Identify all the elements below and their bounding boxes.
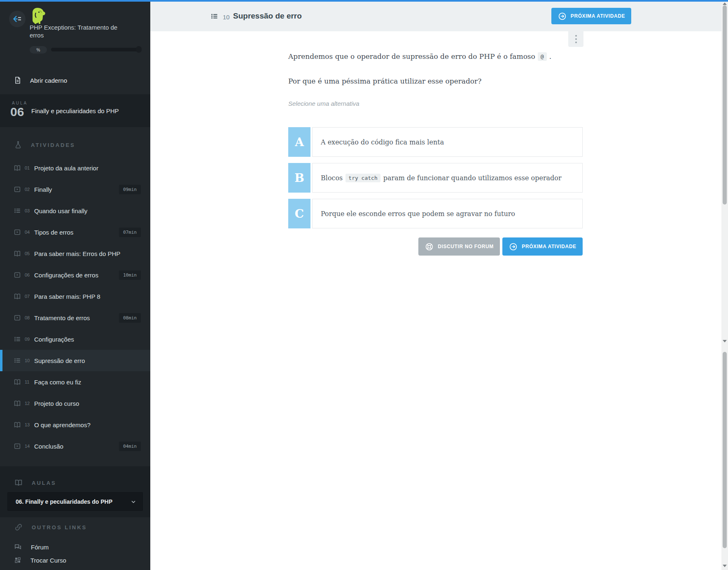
activity-item[interactable]: 12 Projeto do curso bbox=[0, 393, 150, 414]
activities-list: 01 Projeto da aula anterior 02 Finally 0… bbox=[0, 157, 150, 457]
activity-duration-badge: 04min bbox=[119, 442, 141, 451]
course-progress-bar bbox=[51, 48, 141, 51]
activity-item[interactable]: 01 Projeto da aula anterior bbox=[0, 157, 150, 179]
activity-item[interactable]: 13 O que aprendemos? bbox=[0, 414, 150, 435]
activity-label: Configurações bbox=[34, 336, 150, 343]
activity-label: Supressão de erro bbox=[34, 357, 150, 364]
activity-duration-badge: 09min bbox=[119, 185, 141, 194]
scroll-down-arrow[interactable] bbox=[723, 565, 727, 567]
open-notebook-button[interactable]: Abrir caderno bbox=[0, 72, 150, 88]
alternative-text-suffix: param de funcionar quando utilizamos ess… bbox=[383, 174, 562, 182]
activity-duration-badge: 07min bbox=[119, 228, 141, 237]
video-icon bbox=[14, 314, 21, 321]
activity-item[interactable]: 04 Tipos de erros 07min bbox=[0, 221, 150, 243]
sidebar-scrollbar-thumb[interactable] bbox=[136, 46, 142, 53]
activity-item[interactable]: 03 Quando usar finally bbox=[0, 200, 150, 221]
notebook-icon bbox=[14, 76, 22, 85]
lessons-section: AULAS 06. Finally e peculiaridades do PH… bbox=[0, 466, 150, 517]
activity-label: Quando usar finally bbox=[34, 207, 150, 214]
question-line-1: Aprendemos que o operador de supressão d… bbox=[288, 51, 551, 62]
alternative-option[interactable]: B Blocos try catch param de funcionar qu… bbox=[288, 163, 583, 193]
activity-number: 03 bbox=[25, 208, 32, 213]
activity-number: 10 bbox=[223, 14, 230, 21]
activity-number: 11 bbox=[25, 379, 32, 384]
activity-duration-badge: 08min bbox=[119, 313, 141, 323]
activities-section-label: ATIVIDADES bbox=[31, 142, 75, 148]
arrow-circle-icon bbox=[558, 12, 567, 21]
other-links-label: OUTROS LINKS bbox=[32, 524, 87, 530]
alternatives-list: A A execução do código fica mais lenta B… bbox=[288, 127, 583, 235]
book-open-icon bbox=[14, 400, 21, 407]
alternative-letter: B bbox=[288, 163, 310, 193]
activity-number: 06 bbox=[25, 272, 32, 277]
chevron-down-icon bbox=[130, 498, 137, 505]
activity-item[interactable]: 06 Configurações de erros 10min bbox=[0, 264, 150, 286]
top-progress-line bbox=[0, 0, 728, 2]
next-activity-label-bottom: PRÓXIMA ATIVIDADE bbox=[522, 244, 576, 249]
scroll-down-arrow-inner[interactable] bbox=[723, 340, 727, 342]
link-icon bbox=[14, 523, 23, 532]
lesson-dropdown[interactable]: 06. Finally e peculiaridades do PHP bbox=[7, 492, 143, 511]
activity-label: Projeto da aula anterior bbox=[34, 165, 150, 172]
discuss-forum-label: DISCUTIR NO FORUM bbox=[438, 244, 494, 249]
collapse-sidebar-button[interactable] bbox=[9, 11, 26, 27]
alternative-option[interactable]: A A execução do código fica mais lenta bbox=[288, 127, 583, 157]
collapse-arrow-icon bbox=[13, 15, 22, 23]
alternative-letter: C bbox=[288, 199, 310, 228]
lesson-number: 06 bbox=[10, 105, 24, 119]
activity-number: 08 bbox=[25, 315, 32, 320]
activity-duration-badge: 10min bbox=[119, 270, 141, 280]
inline-code: try catch bbox=[345, 174, 380, 182]
activity-label: Tipos de erros bbox=[34, 229, 119, 236]
quiz-list-icon bbox=[14, 335, 21, 343]
activity-header: 10 Supressão de erro PRÓXIMA ATIVIDADE bbox=[150, 2, 721, 31]
activity-item[interactable]: 11 Faça como eu fiz bbox=[0, 371, 150, 393]
alternative-option[interactable]: C Porque ele esconde erros que podem se … bbox=[288, 199, 583, 228]
book-open-icon bbox=[14, 250, 21, 257]
sidebar: PHP Exceptions: Tratamento de erros % Ab… bbox=[0, 0, 150, 570]
activity-label: Faça como eu fiz bbox=[34, 379, 150, 386]
next-activity-button-bottom[interactable]: PRÓXIMA ATIVIDADE bbox=[502, 237, 583, 256]
activity-item[interactable]: 02 Finally 09min bbox=[0, 179, 150, 200]
activity-item[interactable]: 09 Configurações bbox=[0, 328, 150, 350]
alternative-text-prefix: A execução do código fica mais lenta bbox=[321, 138, 444, 146]
question-footer: DISCUTIR NO FORUM PRÓXIMA ATIVIDADE bbox=[288, 237, 583, 256]
activity-item[interactable]: 14 Conclusão 04min bbox=[0, 435, 150, 457]
book-open-icon bbox=[14, 421, 21, 428]
forum-link[interactable]: Fórum bbox=[0, 541, 150, 553]
question-text-end: . bbox=[549, 52, 551, 60]
activity-label: Conclusão bbox=[34, 443, 119, 450]
lesson-title: Finally e peculiaridades do PHP bbox=[31, 94, 119, 127]
quiz-list-icon bbox=[210, 12, 218, 20]
activity-item[interactable]: 10 Supressão de erro bbox=[0, 350, 150, 371]
book-open-icon bbox=[14, 378, 21, 386]
activity-label: O que aprendemos? bbox=[34, 421, 150, 428]
arrow-circle-icon bbox=[509, 242, 518, 251]
activity-label: Finally bbox=[34, 186, 119, 193]
forum-buoy-icon bbox=[425, 242, 434, 251]
scrollbar-thumb-inner[interactable] bbox=[723, 5, 727, 205]
alternative-text: Blocos try catch param de funcionar quan… bbox=[312, 163, 583, 193]
activity-label: Para saber mais: PHP 8 bbox=[34, 293, 150, 300]
scrollbar-thumb-outer[interactable] bbox=[723, 352, 727, 548]
alternative-text-prefix: Blocos bbox=[321, 174, 343, 182]
lessons-section-header: AULAS bbox=[0, 477, 150, 488]
activity-label: Tratamento de erros bbox=[34, 314, 119, 321]
activity-number: 07 bbox=[25, 294, 32, 299]
question-text: Aprendemos que o operador de supressão d… bbox=[288, 52, 535, 60]
switch-course-link[interactable]: Trocar Curso bbox=[0, 554, 150, 566]
activity-item[interactable]: 07 Para saber mais: PHP 8 bbox=[0, 286, 150, 307]
activity-item[interactable]: 05 Para saber mais: Erros do PHP bbox=[0, 243, 150, 264]
scroll-up-arrow[interactable] bbox=[723, 2, 727, 5]
active-indicator bbox=[0, 350, 2, 371]
activity-options-button[interactable] bbox=[568, 31, 583, 47]
activity-item[interactable]: 08 Tratamento de erros 08min bbox=[0, 307, 150, 328]
book-open-icon bbox=[14, 293, 21, 300]
quiz-list-icon bbox=[14, 207, 21, 214]
window-scrollbar[interactable] bbox=[721, 2, 728, 570]
discuss-forum-button[interactable]: DISCUTIR NO FORUM bbox=[418, 237, 500, 256]
next-activity-button-top[interactable]: PRÓXIMA ATIVIDADE bbox=[551, 8, 631, 24]
activity-number: 10 bbox=[25, 358, 32, 363]
alternative-text: Porque ele esconde erros que podem se ag… bbox=[312, 199, 583, 228]
activity-number: 09 bbox=[25, 337, 32, 342]
